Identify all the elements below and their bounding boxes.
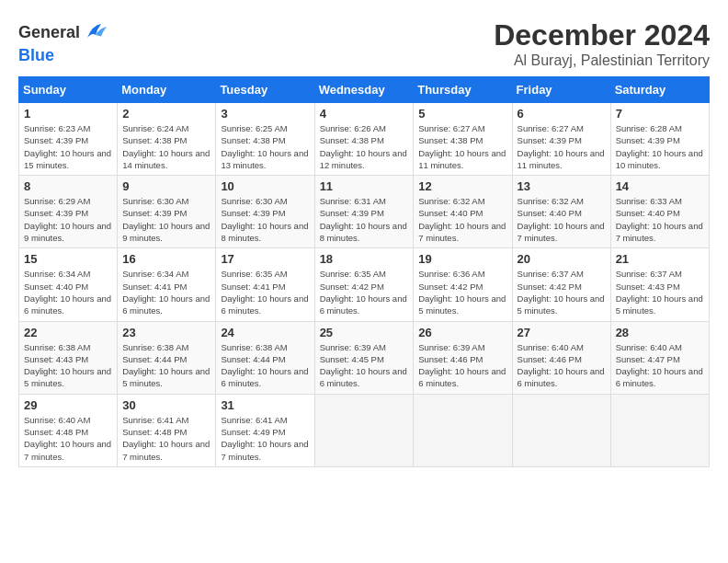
day-info: Sunrise: 6:28 AMSunset: 4:39 PMDaylight:… — [616, 123, 703, 170]
day-info: Sunrise: 6:36 AMSunset: 4:42 PMDaylight:… — [418, 269, 506, 316]
day-number: 8 — [24, 179, 112, 193]
day-info: Sunrise: 6:40 AMSunset: 4:46 PMDaylight:… — [518, 342, 605, 389]
day-info: Sunrise: 6:34 AMSunset: 4:41 PMDaylight:… — [122, 269, 210, 316]
day-info: Sunrise: 6:26 AMSunset: 4:38 PMDaylight:… — [320, 123, 407, 170]
day-number: 24 — [221, 326, 309, 339]
day-number: 19 — [418, 252, 506, 266]
day-number: 9 — [122, 179, 210, 193]
calendar-cell: 26 Sunrise: 6:39 AMSunset: 4:46 PMDaylig… — [414, 321, 512, 394]
day-number: 10 — [221, 179, 309, 193]
day-info: Sunrise: 6:41 AMSunset: 4:48 PMDaylight:… — [122, 415, 210, 462]
calendar-cell: 1 Sunrise: 6:23 AMSunset: 4:39 PMDayligh… — [19, 103, 118, 176]
day-number: 12 — [418, 179, 506, 193]
day-info: Sunrise: 6:32 AMSunset: 4:40 PMDaylight:… — [418, 196, 506, 243]
calendar-week-1: 1 Sunrise: 6:23 AMSunset: 4:39 PMDayligh… — [19, 103, 710, 176]
calendar-cell: 31 Sunrise: 6:41 AMSunset: 4:49 PMDaylig… — [216, 394, 314, 466]
calendar-cell: 25 Sunrise: 6:39 AMSunset: 4:45 PMDaylig… — [314, 321, 414, 394]
day-number: 6 — [518, 107, 606, 121]
day-info: Sunrise: 6:30 AMSunset: 4:39 PMDaylight:… — [122, 196, 210, 243]
day-info: Sunrise: 6:39 AMSunset: 4:45 PMDaylight:… — [320, 342, 407, 389]
day-number: 7 — [616, 107, 704, 121]
calendar-cell — [512, 394, 610, 466]
month-title: December 2024 — [494, 18, 710, 52]
calendar-cell: 18 Sunrise: 6:35 AMSunset: 4:42 PMDaylig… — [314, 248, 414, 321]
day-info: Sunrise: 6:25 AMSunset: 4:38 PMDaylight:… — [221, 123, 308, 170]
calendar-cell: 29 Sunrise: 6:40 AMSunset: 4:48 PMDaylig… — [19, 394, 118, 466]
day-info: Sunrise: 6:27 AMSunset: 4:39 PMDaylight:… — [518, 123, 605, 170]
day-info: Sunrise: 6:29 AMSunset: 4:39 PMDaylight:… — [24, 196, 111, 243]
day-info: Sunrise: 6:32 AMSunset: 4:40 PMDaylight:… — [518, 196, 605, 243]
calendar-cell: 13 Sunrise: 6:32 AMSunset: 4:40 PMDaylig… — [512, 176, 610, 248]
calendar-cell: 19 Sunrise: 6:36 AMSunset: 4:42 PMDaylig… — [414, 248, 512, 321]
title-area: December 2024 Al Burayj, Palestinian Ter… — [494, 18, 710, 69]
calendar-cell: 7 Sunrise: 6:28 AMSunset: 4:39 PMDayligh… — [610, 103, 709, 176]
day-info: Sunrise: 6:27 AMSunset: 4:38 PMDaylight:… — [418, 123, 506, 170]
day-number: 5 — [418, 107, 506, 121]
logo-general-text: General — [18, 23, 80, 42]
calendar-cell: 3 Sunrise: 6:25 AMSunset: 4:38 PMDayligh… — [216, 103, 314, 176]
calendar-cell: 17 Sunrise: 6:35 AMSunset: 4:41 PMDaylig… — [216, 248, 314, 321]
calendar-cell: 22 Sunrise: 6:38 AMSunset: 4:43 PMDaylig… — [19, 321, 118, 394]
logo-bird-icon — [82, 18, 109, 46]
calendar-header-monday: Monday — [118, 77, 216, 103]
day-info: Sunrise: 6:37 AMSunset: 4:42 PMDaylight:… — [518, 269, 605, 316]
calendar-table: SundayMondayTuesdayWednesdayThursdayFrid… — [18, 76, 710, 467]
day-number: 23 — [122, 326, 210, 339]
day-info: Sunrise: 6:35 AMSunset: 4:41 PMDaylight:… — [221, 269, 308, 316]
calendar-cell — [314, 394, 414, 466]
day-info: Sunrise: 6:33 AMSunset: 4:40 PMDaylight:… — [616, 196, 703, 243]
calendar-cell: 15 Sunrise: 6:34 AMSunset: 4:40 PMDaylig… — [19, 248, 118, 321]
calendar-cell: 9 Sunrise: 6:30 AMSunset: 4:39 PMDayligh… — [118, 176, 216, 248]
day-info: Sunrise: 6:38 AMSunset: 4:44 PMDaylight:… — [122, 342, 210, 389]
day-number: 22 — [24, 326, 112, 339]
day-info: Sunrise: 6:39 AMSunset: 4:46 PMDaylight:… — [418, 342, 506, 389]
day-number: 3 — [221, 107, 309, 121]
day-number: 16 — [122, 252, 210, 266]
day-info: Sunrise: 6:40 AMSunset: 4:47 PMDaylight:… — [616, 342, 703, 389]
day-number: 31 — [221, 398, 309, 412]
day-info: Sunrise: 6:35 AMSunset: 4:42 PMDaylight:… — [320, 269, 407, 316]
calendar-cell: 23 Sunrise: 6:38 AMSunset: 4:44 PMDaylig… — [118, 321, 216, 394]
day-number: 27 — [518, 326, 606, 339]
calendar-cell: 20 Sunrise: 6:37 AMSunset: 4:42 PMDaylig… — [512, 248, 610, 321]
day-number: 26 — [418, 326, 506, 339]
day-info: Sunrise: 6:37 AMSunset: 4:43 PMDaylight:… — [616, 269, 703, 316]
calendar-header-saturday: Saturday — [610, 77, 709, 103]
calendar-week-2: 8 Sunrise: 6:29 AMSunset: 4:39 PMDayligh… — [19, 176, 710, 248]
calendar-cell: 21 Sunrise: 6:37 AMSunset: 4:43 PMDaylig… — [610, 248, 709, 321]
calendar-header-friday: Friday — [512, 77, 610, 103]
day-number: 21 — [616, 252, 704, 266]
day-number: 4 — [320, 107, 409, 121]
day-info: Sunrise: 6:34 AMSunset: 4:40 PMDaylight:… — [24, 269, 111, 316]
logo-blue-text: Blue — [18, 46, 54, 65]
calendar-cell — [414, 394, 512, 466]
day-number: 17 — [221, 252, 309, 266]
day-info: Sunrise: 6:23 AMSunset: 4:39 PMDaylight:… — [24, 123, 111, 170]
calendar-week-5: 29 Sunrise: 6:40 AMSunset: 4:48 PMDaylig… — [19, 394, 710, 466]
calendar-cell: 8 Sunrise: 6:29 AMSunset: 4:39 PMDayligh… — [19, 176, 118, 248]
calendar-cell: 11 Sunrise: 6:31 AMSunset: 4:39 PMDaylig… — [314, 176, 414, 248]
calendar-cell: 28 Sunrise: 6:40 AMSunset: 4:47 PMDaylig… — [610, 321, 709, 394]
calendar-week-4: 22 Sunrise: 6:38 AMSunset: 4:43 PMDaylig… — [19, 321, 710, 394]
day-number: 15 — [24, 252, 112, 266]
calendar-cell: 30 Sunrise: 6:41 AMSunset: 4:48 PMDaylig… — [118, 394, 216, 466]
day-info: Sunrise: 6:24 AMSunset: 4:38 PMDaylight:… — [122, 123, 210, 170]
day-number: 18 — [320, 252, 409, 266]
day-number: 1 — [24, 107, 112, 121]
day-number: 11 — [320, 179, 409, 193]
location-subtitle: Al Burayj, Palestinian Territory — [494, 52, 710, 69]
day-number: 14 — [616, 179, 704, 193]
calendar-cell: 4 Sunrise: 6:26 AMSunset: 4:38 PMDayligh… — [314, 103, 414, 176]
calendar-header-sunday: Sunday — [19, 77, 118, 103]
calendar-cell: 5 Sunrise: 6:27 AMSunset: 4:38 PMDayligh… — [414, 103, 512, 176]
calendar-header-row: SundayMondayTuesdayWednesdayThursdayFrid… — [19, 77, 710, 103]
calendar-cell — [610, 394, 709, 466]
calendar-cell: 2 Sunrise: 6:24 AMSunset: 4:38 PMDayligh… — [118, 103, 216, 176]
day-number: 29 — [24, 398, 112, 412]
day-number: 2 — [122, 107, 210, 121]
calendar-cell: 24 Sunrise: 6:38 AMSunset: 4:44 PMDaylig… — [216, 321, 314, 394]
header: General Blue December 2024 Al Burayj, Pa… — [18, 18, 710, 69]
calendar-header-thursday: Thursday — [414, 77, 512, 103]
day-info: Sunrise: 6:40 AMSunset: 4:48 PMDaylight:… — [24, 415, 111, 462]
calendar-week-3: 15 Sunrise: 6:34 AMSunset: 4:40 PMDaylig… — [19, 248, 710, 321]
